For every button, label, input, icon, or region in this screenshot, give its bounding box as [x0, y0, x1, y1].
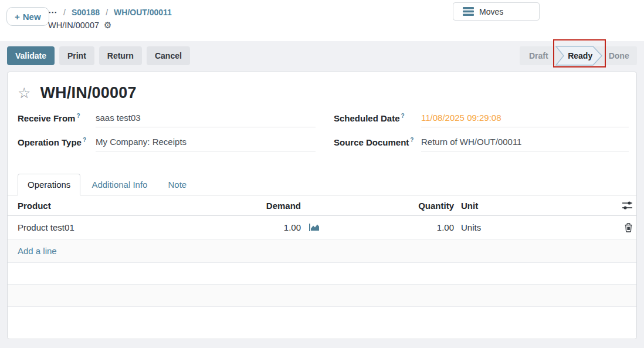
- cell-product[interactable]: Product test01: [8, 222, 236, 232]
- operation-type-label: Operation Type?: [18, 135, 96, 147]
- status-done[interactable]: Done: [602, 51, 636, 60]
- breadcrumb-separator: /: [63, 8, 66, 17]
- moves-button-label: Moves: [479, 7, 503, 16]
- receive-from-label: Receive From?: [18, 111, 96, 123]
- operations-table: Product Demand Quantity Unit Product tes…: [8, 195, 636, 335]
- source-document-label: Source Document?: [334, 135, 421, 147]
- breadcrumb-link-wh-out[interactable]: WH/OUT/00011: [114, 8, 172, 17]
- top-navbar: + New ⋯ / S00188 / WH/OUT/00011 WH/IN/00…: [0, 0, 644, 41]
- empty-row: [8, 285, 636, 307]
- notebook-tabs: Operations Additional Info Note: [8, 174, 636, 195]
- help-icon[interactable]: ?: [401, 113, 405, 119]
- cell-quantity[interactable]: 1.00: [328, 222, 454, 232]
- empty-row: [8, 263, 636, 285]
- breadcrumb-link-s00188[interactable]: S00188: [72, 8, 100, 17]
- header-quantity: Quantity: [328, 201, 454, 211]
- source-document-field[interactable]: Return of WH/OUT/00011: [421, 135, 629, 151]
- bars-icon: [463, 7, 474, 16]
- scheduled-date-label: Scheduled Date?: [334, 111, 421, 123]
- cell-demand[interactable]: 1.00: [236, 222, 301, 232]
- breadcrumb-menu-icon[interactable]: ⋯: [48, 7, 57, 18]
- tab-note[interactable]: Note: [158, 174, 196, 195]
- cancel-button[interactable]: Cancel: [147, 46, 190, 65]
- print-button[interactable]: Print: [59, 46, 94, 65]
- tab-additional-info[interactable]: Additional Info: [82, 174, 157, 195]
- table-row[interactable]: Product test01 1.00 1.00 Units: [8, 216, 636, 239]
- header-product: Product: [8, 201, 236, 211]
- help-icon[interactable]: ?: [410, 137, 413, 143]
- forecast-chart-icon[interactable]: [301, 224, 328, 231]
- favorite-star-icon[interactable]: ☆: [18, 86, 30, 100]
- header-unit: Unit: [454, 201, 607, 211]
- empty-row: [8, 307, 636, 335]
- field-group: Receive From? saas test03 Operation Type…: [8, 102, 636, 159]
- operation-type-field[interactable]: My Company: Receipts: [96, 135, 316, 151]
- delete-row-icon[interactable]: [607, 223, 636, 232]
- help-icon[interactable]: ?: [83, 137, 86, 143]
- breadcrumb-separator: /: [106, 8, 108, 17]
- validate-button[interactable]: Validate: [7, 46, 55, 65]
- cell-unit[interactable]: Units: [454, 222, 607, 232]
- scheduled-date-field[interactable]: 11/08/2025 09:29:08: [421, 111, 629, 127]
- breadcrumb-current: WH/IN/00007: [48, 21, 99, 30]
- add-a-line-link[interactable]: Add a line: [8, 246, 57, 256]
- plus-icon: +: [15, 12, 20, 22]
- form-sheet: ☆ WH/IN/00007 Receive From? saas test03 …: [7, 72, 637, 339]
- add-a-line-row: Add a line: [8, 239, 636, 263]
- receive-from-field[interactable]: saas test03: [96, 111, 316, 127]
- page-background: ☆ WH/IN/00007 Receive From? saas test03 …: [0, 70, 644, 348]
- new-button-label: New: [23, 12, 41, 22]
- control-panel: Validate Print Return Cancel Draft Ready…: [0, 41, 644, 70]
- header-demand: Demand: [236, 201, 301, 211]
- breadcrumb: ⋯ / S00188 / WH/OUT/00011 WH/IN/00007 ⚙: [48, 7, 172, 31]
- status-ready-active[interactable]: Ready: [555, 46, 602, 66]
- statusbar: Draft Ready Done: [520, 46, 637, 65]
- return-button[interactable]: Return: [99, 46, 142, 65]
- new-button[interactable]: + New: [6, 7, 49, 26]
- status-ready-label: Ready: [555, 46, 602, 66]
- moves-smart-button[interactable]: Moves: [453, 2, 540, 21]
- table-header-row: Product Demand Quantity Unit: [8, 195, 636, 216]
- tab-operations[interactable]: Operations: [18, 174, 80, 195]
- gear-icon[interactable]: ⚙: [104, 20, 111, 31]
- optional-columns-icon[interactable]: [607, 201, 636, 210]
- help-icon[interactable]: ?: [76, 113, 80, 119]
- status-draft[interactable]: Draft: [520, 51, 555, 60]
- record-title: WH/IN/00007: [40, 84, 136, 102]
